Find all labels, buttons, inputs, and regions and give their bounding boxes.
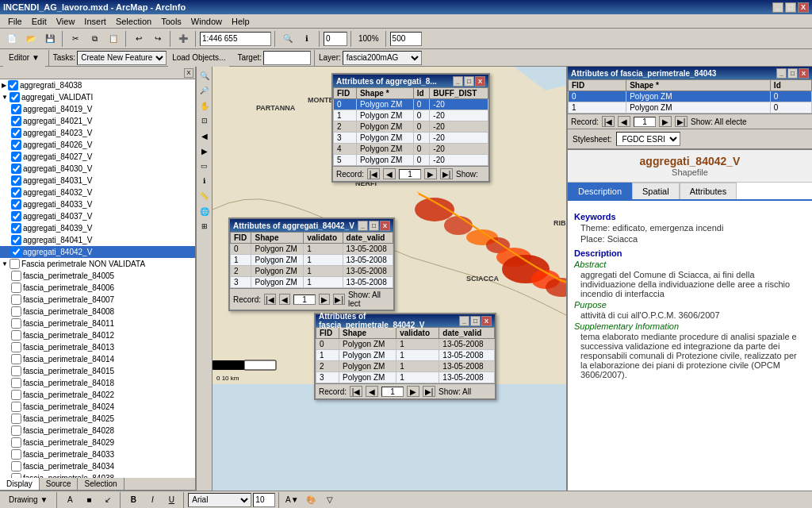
font-size-input[interactable] — [253, 493, 275, 507]
rec2-first[interactable]: |◀ — [602, 116, 615, 127]
menu-window[interactable]: Window — [186, 16, 227, 27]
rec3-prev[interactable]: ◀ — [279, 294, 290, 305]
menu-tools[interactable]: Tools — [156, 16, 186, 27]
win1-close[interactable]: X — [475, 76, 485, 87]
tab-source[interactable]: Source — [40, 478, 79, 490]
menu-view[interactable]: View — [52, 16, 80, 27]
toc-item[interactable]: fascia_perimetrale_84033 — [0, 448, 195, 460]
menu-insert[interactable]: Insert — [79, 16, 111, 27]
toc-item[interactable]: fascia_perimetrale_84012 — [0, 329, 195, 341]
tab-display[interactable]: Display — [0, 478, 40, 490]
btm-btn3[interactable]: ↙ — [99, 491, 117, 509]
paste-btn[interactable]: 📋 — [105, 30, 122, 48]
scale2-input[interactable] — [390, 32, 422, 46]
win2-max[interactable]: □ — [787, 68, 798, 79]
scale-input[interactable] — [200, 32, 271, 46]
toc-item[interactable]: fascia_perimetrale_84007 — [0, 294, 195, 306]
btm-btn4[interactable]: B — [124, 491, 142, 509]
toc-item[interactable]: fascia_perimetrale_84014 — [0, 353, 195, 365]
toc-item[interactable]: fascia_perimetrale_84022 — [0, 389, 195, 401]
full-extent-tool[interactable]: ⊡ — [197, 114, 212, 128]
win3-close[interactable]: X — [380, 221, 390, 231]
btm-btn2[interactable]: ■ — [80, 491, 98, 509]
btm-color1[interactable]: A▼ — [283, 491, 301, 509]
forward-extent-tool[interactable]: ▶ — [197, 144, 212, 158]
rec4-next[interactable]: ▶ — [407, 386, 419, 397]
close-button[interactable]: X — [798, 2, 809, 13]
save-btn[interactable]: 💾 — [41, 30, 59, 48]
new-btn[interactable]: 📄 — [3, 30, 21, 48]
rec3-input[interactable] — [293, 294, 316, 305]
win4-close[interactable]: X — [481, 316, 492, 326]
rec4-last[interactable]: ▶| — [423, 386, 435, 397]
toc-item[interactable]: aggregati_84031_V — [0, 175, 195, 187]
win4-min[interactable]: _ — [459, 316, 469, 326]
rec3-last[interactable]: ▶| — [333, 294, 344, 305]
font-select[interactable]: Arial — [188, 493, 251, 507]
toc-item[interactable]: fascia_perimetrale_84013 — [0, 341, 195, 353]
meta-tab-attributes[interactable]: Attributes — [680, 183, 737, 199]
maximize-button[interactable]: □ — [785, 2, 796, 13]
zoom-out-tool[interactable]: 🔎 — [197, 83, 212, 98]
win3-buttons[interactable]: _ □ X — [358, 221, 390, 231]
rec1-last[interactable]: ▶| — [440, 168, 453, 179]
toc-item[interactable]: fascia_perimetrale_84025 — [0, 413, 195, 425]
toc-item[interactable]: fascia_perimetrale_84015 — [0, 365, 195, 377]
rec3-first[interactable]: |◀ — [264, 294, 275, 305]
redo-btn[interactable]: ↪ — [149, 30, 167, 48]
layer-icon[interactable]: ⊞ — [197, 219, 212, 233]
menu-edit[interactable]: Edit — [27, 16, 52, 27]
expand-icon[interactable]: ▼ — [2, 260, 8, 267]
tab-selection[interactable]: Selection — [78, 478, 124, 490]
win3-min[interactable]: _ — [358, 221, 368, 231]
back-extent-tool[interactable]: ◀ — [197, 129, 212, 143]
btm-color3[interactable]: ▽ — [321, 491, 339, 509]
meta-tab-description[interactable]: Description — [568, 183, 632, 199]
rec2-next[interactable]: ▶ — [659, 116, 672, 127]
zoom-btn[interactable]: 🔍 — [279, 30, 297, 48]
pan-tool[interactable]: ✋ — [197, 98, 212, 113]
toc-item[interactable]: fascia_perimetrale_84018 — [0, 377, 195, 389]
win3-max[interactable]: □ — [369, 221, 379, 231]
rec2-input[interactable] — [634, 117, 656, 127]
identify-btn[interactable]: ℹ — [298, 30, 316, 48]
rec4-first[interactable]: |◀ — [350, 386, 362, 397]
toc-item[interactable]: aggregati_84026_V — [0, 139, 195, 151]
rec3-next[interactable]: ▶ — [319, 294, 330, 305]
win4-max[interactable]: □ — [470, 316, 481, 326]
toc-item[interactable]: ▼aggregati_VALIDATI — [0, 91, 195, 103]
toc-item[interactable]: aggregati_84023_V — [0, 127, 195, 139]
zoom-0-input[interactable] — [324, 32, 347, 46]
btm-btn5[interactable]: I — [144, 491, 161, 509]
toc-item[interactable]: fascia_perimetrale_84005 — [0, 270, 195, 282]
expand-icon[interactable]: ▶ — [2, 82, 6, 89]
attr-window-4-title[interactable]: Attributes of fascia_perimetrale_84042_V… — [316, 314, 495, 327]
menu-selection[interactable]: Selection — [111, 16, 156, 27]
rec4-prev[interactable]: ◀ — [366, 386, 378, 397]
add-data-btn[interactable]: ➕ — [174, 30, 192, 48]
meta-tab-spatial[interactable]: Spatial — [632, 183, 680, 199]
btm-color2[interactable]: 🎨 — [302, 491, 320, 509]
win4-buttons[interactable]: _ □ X — [459, 316, 492, 326]
open-btn[interactable]: 📂 — [22, 30, 40, 48]
attr-window-2-title[interactable]: Attributes of fascia_perimetrale_84043 _… — [568, 67, 812, 79]
toc-item[interactable]: fascia_perimetrale_84038 — [0, 472, 195, 478]
toc-item[interactable]: aggregati_84037_V — [0, 210, 195, 222]
toc-item[interactable]: aggregati_84021_V — [0, 115, 195, 127]
win2-close[interactable]: X — [799, 68, 809, 79]
toc-item[interactable]: fascia_perimetrale_84029 — [0, 437, 195, 448]
select-features-tool[interactable]: ▭ — [197, 159, 212, 173]
toc-item[interactable]: aggregati_84019_V — [0, 103, 195, 115]
rec2-prev[interactable]: ◀ — [618, 116, 630, 127]
stylesheet-select[interactable]: FGDC ESRI — [616, 132, 680, 146]
btm-btn6[interactable]: U — [163, 491, 180, 509]
attr-window-3-title[interactable]: Attributes of aggregati_84042_V _ □ X — [230, 219, 393, 232]
toc-item[interactable]: aggregati_84042_V — [0, 246, 195, 258]
toc-item[interactable]: aggregati_84033_V — [0, 198, 195, 210]
identify-tool[interactable]: ℹ — [197, 174, 212, 188]
rec4-input[interactable] — [381, 387, 404, 397]
rec2-last[interactable]: ▶| — [675, 116, 688, 127]
toc-item[interactable]: fascia_perimetrale_84034 — [0, 460, 195, 472]
draw-dropdown[interactable]: Drawing ▼ — [3, 491, 53, 509]
win1-min[interactable]: _ — [453, 76, 463, 87]
